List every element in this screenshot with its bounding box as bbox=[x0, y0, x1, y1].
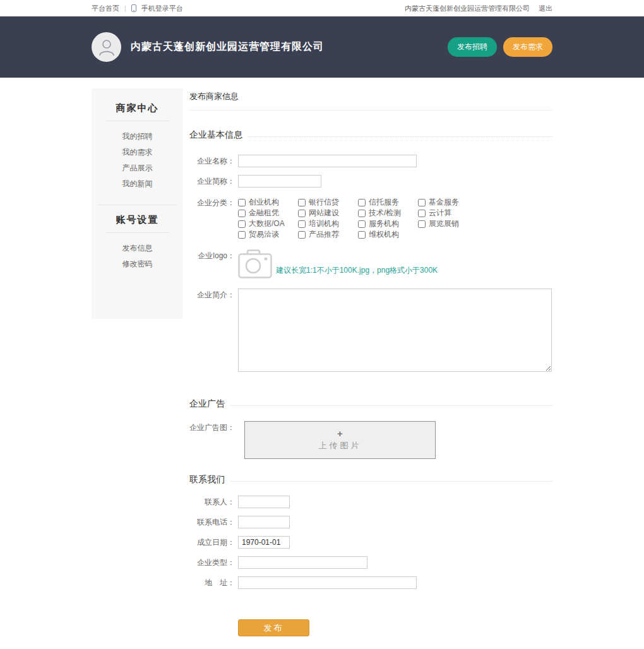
section-title: 企业广告 bbox=[189, 398, 225, 410]
dotted-rule bbox=[247, 136, 552, 137]
category-option[interactable]: 技术/检测 bbox=[358, 208, 418, 218]
page-title: 发布商家信息 bbox=[189, 88, 552, 110]
contact-person-input[interactable] bbox=[238, 496, 290, 508]
company-intro-textarea[interactable] bbox=[238, 289, 552, 372]
sidebar-divider bbox=[98, 205, 177, 205]
person-icon bbox=[98, 39, 115, 56]
category-label: 云计算 bbox=[429, 208, 451, 218]
sidebar-divider bbox=[106, 232, 169, 233]
section-company-ad: 企业广告 bbox=[189, 398, 552, 410]
category-label: 培训机构 bbox=[309, 218, 339, 229]
sidebar-item-products[interactable]: 产品展示 bbox=[92, 160, 183, 176]
category-label: 金融租凭 bbox=[249, 208, 279, 218]
category-label: 网站建设 bbox=[309, 208, 339, 218]
category-checkbox[interactable] bbox=[238, 210, 246, 217]
category-checkbox[interactable] bbox=[358, 220, 366, 228]
category-option[interactable]: 金融租凭 bbox=[238, 208, 298, 218]
ad-image-upload-box[interactable]: + 上传图片 bbox=[244, 421, 436, 459]
company-name-input[interactable] bbox=[238, 155, 417, 167]
topbar: 平台首页 | 手机登录平台 内蒙古天蓬创新创业园运营管理有限公司 退出 bbox=[0, 0, 644, 16]
contact-person-label: 联系人： bbox=[189, 496, 235, 508]
category-option[interactable]: 展览展销 bbox=[418, 219, 478, 229]
category-checkbox[interactable] bbox=[358, 210, 366, 217]
category-label: 技术/检测 bbox=[369, 208, 401, 218]
founding-date-input[interactable] bbox=[238, 536, 290, 549]
plus-icon: + bbox=[337, 429, 343, 438]
logout-link[interactable]: 退出 bbox=[539, 4, 552, 13]
avatar bbox=[92, 32, 121, 62]
topbar-divider: | bbox=[124, 4, 126, 12]
company-short-name-input[interactable] bbox=[238, 175, 321, 188]
category-option[interactable]: 云计算 bbox=[418, 208, 478, 218]
category-checkbox[interactable] bbox=[418, 199, 426, 206]
category-label: 展览展销 bbox=[429, 218, 459, 229]
company-short-name-label: 企业简称： bbox=[189, 175, 235, 188]
category-checkbox[interactable] bbox=[238, 199, 246, 206]
category-label: 产品推荐 bbox=[309, 229, 339, 240]
company-category-label: 企业分类： bbox=[189, 196, 235, 209]
contact-phone-input[interactable] bbox=[238, 516, 290, 528]
category-checkbox[interactable] bbox=[238, 220, 246, 228]
address-input[interactable] bbox=[238, 576, 417, 589]
dotted-rule bbox=[230, 405, 552, 406]
category-checkbox[interactable] bbox=[298, 231, 306, 239]
category-option[interactable]: 创业机构 bbox=[238, 198, 298, 207]
category-label: 信托服务 bbox=[369, 197, 399, 208]
company-name-label: 企业名称： bbox=[189, 155, 235, 167]
section-contact-us: 联系我们 bbox=[189, 474, 552, 485]
mobile-login-link[interactable]: 手机登录平台 bbox=[141, 4, 183, 13]
section-title: 企业基本信息 bbox=[189, 129, 242, 141]
logo-hint-text: 建议长宽1:1不小于100K.jpg，png格式小于300K bbox=[276, 265, 438, 276]
company-type-input[interactable] bbox=[238, 556, 367, 569]
category-option[interactable]: 服务机构 bbox=[358, 219, 418, 229]
contact-phone-label: 联系电话： bbox=[189, 516, 235, 528]
category-option[interactable]: 培训机构 bbox=[298, 219, 358, 229]
publish-job-button[interactable]: 发布招聘 bbox=[448, 37, 497, 57]
company-type-label: 企业类型： bbox=[189, 556, 235, 569]
publish-submit-button[interactable]: 发布 bbox=[238, 619, 309, 636]
category-checkbox[interactable] bbox=[358, 231, 366, 239]
section-title: 联系我们 bbox=[189, 474, 225, 485]
category-label: 贸易洽谈 bbox=[249, 229, 279, 240]
category-option[interactable]: 维权机构 bbox=[358, 230, 418, 239]
sidebar-item-my-news[interactable]: 我的新闻 bbox=[92, 176, 183, 192]
category-option[interactable]: 基金服务 bbox=[418, 198, 478, 207]
category-checkbox[interactable] bbox=[358, 199, 366, 206]
category-option[interactable]: 大数据/OA bbox=[238, 219, 298, 229]
category-checkbox[interactable] bbox=[418, 210, 426, 217]
home-link[interactable]: 平台首页 bbox=[92, 4, 119, 13]
camera-icon[interactable] bbox=[238, 249, 272, 278]
category-option[interactable]: 银行信贷 bbox=[298, 198, 358, 207]
sidebar-divider bbox=[106, 121, 169, 121]
address-label: 地 址： bbox=[189, 576, 235, 589]
sidebar-section-account-settings: 账号设置 bbox=[92, 209, 183, 232]
company-intro-label: 企业简介： bbox=[189, 289, 235, 301]
category-option[interactable]: 贸易洽谈 bbox=[238, 230, 298, 239]
category-checkbox[interactable] bbox=[238, 231, 246, 239]
category-checkbox[interactable] bbox=[298, 220, 306, 228]
section-basic-info: 企业基本信息 bbox=[189, 129, 552, 141]
category-label: 大数据/OA bbox=[249, 218, 285, 229]
sidebar-item-my-jobs[interactable]: 我的招聘 bbox=[92, 129, 183, 145]
sidebar-section-merchant-center: 商家中心 bbox=[92, 97, 183, 121]
company-logo-label: 企业logo： bbox=[189, 249, 235, 262]
main-content: 发布商家信息 企业基本信息 企业名称： 企业简称： 企业分类： 创业机构 银行信… bbox=[189, 88, 552, 636]
founding-date-label: 成立日期： bbox=[189, 536, 235, 549]
category-checkbox[interactable] bbox=[298, 199, 306, 206]
publish-need-button[interactable]: 发布需求 bbox=[503, 37, 552, 57]
category-checkbox[interactable] bbox=[418, 220, 426, 228]
category-option[interactable]: 信托服务 bbox=[358, 198, 418, 207]
sidebar-item-my-needs[interactable]: 我的需求 bbox=[92, 145, 183, 160]
category-label: 创业机构 bbox=[249, 197, 279, 208]
page-header: 内蒙古天蓬创新创业园运营管理有限公司 发布招聘 发布需求 bbox=[0, 16, 644, 78]
sidebar-item-publish-info[interactable]: 发布信息 bbox=[92, 241, 183, 256]
ad-image-label: 企业广告图： bbox=[189, 421, 235, 434]
sidebar-item-change-password[interactable]: 修改密码 bbox=[92, 256, 183, 272]
category-checkbox-grid: 创业机构 银行信贷 信托服务 基金服务 金融租凭 网站建设 技术/检测 云计算 … bbox=[238, 198, 478, 239]
category-option[interactable]: 产品推荐 bbox=[298, 230, 358, 239]
category-option[interactable]: 网站建设 bbox=[298, 208, 358, 218]
phone-icon bbox=[131, 4, 136, 12]
category-checkbox[interactable] bbox=[298, 210, 306, 217]
upload-image-text: 上传图片 bbox=[319, 440, 362, 451]
category-label: 基金服务 bbox=[429, 197, 459, 208]
